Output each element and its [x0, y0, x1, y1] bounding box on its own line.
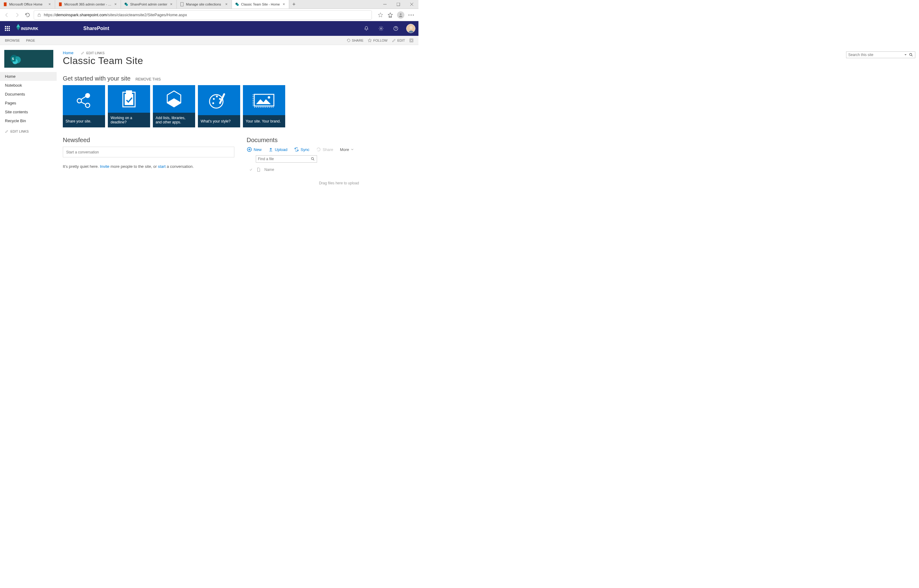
svg-point-16 [411, 15, 412, 15]
column-name[interactable]: Name [264, 168, 274, 172]
close-icon[interactable]: × [169, 2, 173, 6]
check-icon[interactable] [249, 168, 253, 171]
close-icon[interactable]: × [113, 2, 118, 6]
url-text: https://demoinspark.sharepoint.com/sites… [44, 13, 187, 17]
tile-deadline[interactable]: Working on a deadline? [108, 85, 150, 128]
profile-button[interactable] [397, 11, 404, 19]
office-icon [58, 2, 63, 6]
close-icon[interactable]: × [224, 2, 229, 6]
palette-icon [198, 85, 240, 115]
ribbon-tab-browse[interactable]: BROWSE [5, 39, 20, 42]
tile-add-apps[interactable]: Add lists, libraries, and other apps. [153, 85, 195, 128]
nav-home[interactable]: Home [0, 72, 57, 81]
close-icon[interactable]: × [47, 2, 52, 6]
svg-line-54 [313, 160, 314, 160]
site-logo[interactable]: S [4, 50, 53, 68]
forward-button[interactable] [13, 11, 21, 19]
svg-point-21 [380, 28, 382, 29]
window-close-button[interactable] [405, 0, 418, 8]
share-icon [63, 85, 105, 115]
window-minimize-button[interactable] [378, 0, 391, 8]
ribbon-tab-page[interactable]: PAGE [26, 39, 35, 42]
content-area: Home EDIT LINKS Classic Team Site Get st… [57, 45, 418, 268]
favorite-star-icon[interactable] [377, 12, 384, 18]
more-button[interactable]: More [340, 147, 354, 152]
edit-top-links-button[interactable]: EDIT LINKS [81, 51, 105, 55]
tab-title: Manage site collections [186, 2, 222, 6]
new-tab-button[interactable]: + [289, 0, 298, 8]
notifications-button[interactable] [359, 21, 374, 36]
svg-rect-26 [410, 39, 412, 41]
tenant-logo[interactable]: INSPARK [16, 24, 44, 33]
svg-rect-8 [397, 3, 400, 6]
svg-rect-25 [410, 39, 413, 42]
help-button[interactable] [388, 21, 403, 36]
find-file-input[interactable] [258, 157, 311, 161]
app-launcher-button[interactable] [0, 21, 15, 36]
svg-point-41 [213, 98, 215, 100]
office-icon [3, 2, 7, 6]
svg-rect-0 [4, 2, 7, 6]
start-link[interactable]: start [158, 164, 165, 169]
tab-title: Microsoft 365 admin center - M… [64, 2, 111, 6]
svg-rect-38 [126, 90, 132, 94]
image-icon [243, 85, 285, 115]
svg-point-6 [236, 4, 239, 6]
documents-table-header: Name [247, 166, 413, 174]
find-file-box[interactable] [256, 155, 317, 163]
clipboard-check-icon [108, 85, 150, 113]
edit-nav-links-button[interactable]: EDIT LINKS [0, 127, 57, 136]
edit-page-button[interactable]: EDIT [392, 38, 405, 42]
nav-recycle-bin[interactable]: Recycle Bin [0, 116, 57, 125]
remove-this-button[interactable]: REMOVE THIS [136, 77, 160, 81]
share-doc-button[interactable]: Share [316, 147, 333, 152]
back-button[interactable] [2, 11, 11, 19]
browser-tab[interactable]: SharePoint admin center × [121, 0, 177, 8]
new-button[interactable]: New [247, 147, 262, 152]
svg-point-53 [311, 157, 313, 160]
refresh-button[interactable] [23, 11, 32, 19]
tile-brand[interactable]: Your site. Your brand. [243, 85, 285, 128]
svg-rect-1 [59, 2, 62, 6]
upload-button[interactable]: Upload [268, 147, 287, 152]
follow-button[interactable]: FOLLOW [368, 38, 387, 42]
svg-text:INSPARK: INSPARK [21, 26, 39, 31]
user-avatar[interactable] [406, 24, 415, 33]
nav-documents[interactable]: Documents [0, 90, 57, 99]
nav-pages[interactable]: Pages [0, 99, 57, 108]
more-icon[interactable] [408, 12, 414, 18]
documents-title: Documents [247, 137, 413, 144]
browser-tab[interactable]: Manage site collections × [177, 0, 232, 8]
svg-rect-46 [254, 94, 274, 106]
svg-point-14 [400, 13, 401, 15]
get-started-title: Get started with your site [63, 75, 131, 82]
browser-tab[interactable]: Microsoft 365 admin center - M… × [55, 0, 121, 8]
search-icon[interactable] [311, 157, 315, 161]
browser-tab[interactable]: Microsoft Office Home × [0, 0, 55, 8]
breadcrumb-home[interactable]: Home [63, 50, 74, 55]
nav-site-contents[interactable]: Site contents [0, 108, 57, 116]
conversation-input[interactable] [63, 147, 234, 157]
close-icon[interactable]: × [281, 2, 286, 6]
reading-list-icon[interactable] [387, 12, 393, 18]
tile-style[interactable]: What's your style? [198, 85, 240, 128]
svg-point-43 [219, 98, 221, 100]
sync-button[interactable]: Sync [294, 147, 309, 152]
invite-link[interactable]: Invite [100, 164, 109, 169]
tile-share-site[interactable]: Share your site. [63, 85, 105, 128]
url-input[interactable]: https://demoinspark.sharepoint.com/sites… [34, 10, 372, 19]
browser-tab-active[interactable]: Classic Team Site - Home × [232, 0, 289, 8]
svg-point-32 [85, 93, 90, 98]
svg-point-44 [212, 102, 214, 104]
page-title: Classic Team Site [63, 55, 413, 66]
svg-point-24 [410, 26, 413, 29]
pencil-icon [81, 51, 84, 55]
focus-button[interactable] [409, 38, 413, 42]
window-maximize-button[interactable] [391, 0, 405, 8]
nav-notebook[interactable]: Notebook [0, 81, 57, 90]
share-page-button[interactable]: SHARE [346, 38, 363, 42]
drag-hint: Drag files here to upload [265, 181, 413, 185]
settings-button[interactable] [374, 21, 388, 36]
left-column: S Home Notebook Documents Pages Site con… [0, 45, 57, 268]
file-icon [257, 168, 261, 172]
